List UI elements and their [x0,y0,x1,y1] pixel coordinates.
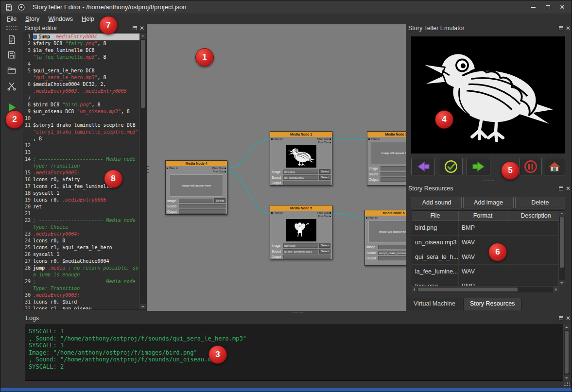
input-port[interactable]: Plan In [366,216,378,220]
node-canvas[interactable]: Media Node 4Plan InPlan OutPort OutImage… [146,24,406,311]
menu-item-file[interactable]: File [2,15,21,23]
node-media-node-1[interactable]: Media Node 1Plan InPlan OutPort OutImage… [270,131,332,186]
output-port[interactable]: Plan Out [317,211,331,215]
code-line: 19lcons r0, .mediaEntry0006 [23,197,139,204]
table-cell: un_oiseau.mp3 [412,236,459,250]
node-select-button[interactable]: Select [319,169,330,174]
output-port[interactable]: Plan Out [212,167,226,170]
cut-button[interactable] [4,80,19,93]
table-row[interactable]: un_oiseau.mp3WAV [412,236,558,250]
maximize-button[interactable] [542,2,553,12]
new-script-button[interactable] [4,33,19,47]
annotation-3: 3 [208,345,227,364]
splitter-handle[interactable] [147,165,149,174]
node-row-value [179,204,225,208]
menu-item-help[interactable]: Help [77,15,99,23]
column-header[interactable]: Format [459,211,507,221]
float-icon[interactable] [133,26,137,30]
code-lines: 1jump .mediaEntry00042$fairy DC8 "fairy.… [23,33,139,309]
code-line: 18syscall 1 [23,190,139,197]
bird-illustration [416,41,561,150]
save-button[interactable] [4,49,19,62]
scroll-down-icon[interactable] [140,304,146,309]
tab-story-resources[interactable]: Story Resources [463,298,521,310]
table-hscrollbar[interactable] [412,286,559,292]
script-editor[interactable]: 1jump .mediaEntry00042$fairy DC8 "fairy.… [23,33,146,310]
node-row-value [378,245,406,249]
back-button[interactable] [411,158,435,175]
output-port[interactable]: Port Out [318,215,331,218]
float-icon[interactable] [559,316,563,320]
close-icon[interactable]: ✕ [566,316,571,321]
float-icon[interactable] [559,26,563,30]
close-icon[interactable]: ✕ [566,26,571,31]
scrollbar-thumb[interactable] [418,288,518,291]
table-cell [507,236,558,250]
node-select-button[interactable]: Select [319,175,330,180]
close-icon[interactable]: ✕ [139,26,144,31]
menu-item-story[interactable]: Story [21,15,44,23]
float-icon[interactable] [559,187,563,190]
add-sound-button[interactable]: Add sound [412,197,462,208]
scrollbar-thumb[interactable] [560,217,564,268]
table-vscrollbar[interactable] [558,211,565,286]
input-port[interactable]: Plan In [271,211,283,215]
scrollbar-thumb[interactable] [141,40,145,108]
scrollbar-thumb[interactable] [565,331,569,374]
script-editor-header: Script editor ✕ [23,24,146,33]
output-port[interactable]: Plan Out [317,137,331,141]
column-header[interactable]: File [412,211,459,221]
table-row[interactable]: fairy.pngBMP [412,279,558,286]
scroll-down-icon[interactable] [559,280,565,286]
home-button[interactable] [544,158,565,175]
input-port[interactable]: Plan In [167,167,178,170]
table-cell: WAV [459,265,507,279]
add-image-button[interactable]: Add image [463,197,513,208]
output-port[interactable]: Port Out [213,170,226,173]
node-media-node-3[interactable]: Media Node 3Plan InImage will appear her… [367,131,406,186]
splitter-handle[interactable] [482,179,495,182]
node-media-node-6[interactable]: Media Node 6Plan InImage will appear her… [364,210,406,266]
node-row-value: la_fee_luminelle.mp3 [283,249,318,254]
delete-button[interactable]: Delete [515,197,565,208]
scroll-right-icon[interactable] [553,287,559,292]
minimize-button[interactable] [528,2,538,12]
line-number: 1 [23,34,33,40]
scroll-up-icon[interactable] [140,33,146,39]
scroll-up-icon[interactable] [559,211,565,217]
node-image: Image will appear here [170,174,224,197]
menu-item-windows[interactable]: Windows [44,15,77,23]
table-row[interactable]: bird.pngBMP [412,221,558,236]
input-port[interactable]: Plan In [271,137,283,141]
code-line: 9$un_oiseau DC8 "un_oiseau.mp3", 8 [23,108,139,115]
node-select-button[interactable]: Select [214,198,225,203]
node-media-node-4[interactable]: Media Node 4Plan InPlan OutPort OutImage… [165,160,227,215]
forward-button[interactable] [467,158,490,175]
close-icon[interactable]: ✕ [566,186,571,191]
node-media-node-5[interactable]: Media Node 5Plan InPlan OutPort OutImage… [270,205,332,259]
validate-button[interactable] [439,158,463,175]
scroll-down-icon[interactable] [564,375,570,381]
editor-scrollbar[interactable] [139,33,146,309]
close-button[interactable]: ✕ [557,2,568,12]
logs-scrollbar[interactable] [563,324,570,381]
app-window: StoryTeller Editor - /home/anthony/ostpr… [0,0,572,392]
output-port[interactable]: Port Out [318,141,331,144]
toolbar-handle[interactable] [6,26,17,30]
tab-virtual-machine[interactable]: Virtual Machine [407,298,462,310]
pause-button[interactable] [520,158,542,175]
script-icon [4,3,13,12]
column-header[interactable]: Description [507,211,565,221]
table-row[interactable]: la_fee_lumine...WAV [412,265,558,279]
node-select-button[interactable]: Select [319,243,330,248]
scroll-up-icon[interactable] [564,324,570,330]
input-port[interactable]: Plan In [368,137,380,141]
node-select-button[interactable]: Select [319,249,330,254]
scroll-left-icon[interactable] [412,287,417,292]
resize-grip[interactable] [564,382,570,387]
table-row[interactable]: qui_sera_le_h...WAV [412,250,558,265]
open-button[interactable] [4,64,19,78]
code-line: 10 [23,115,139,122]
node-row-value [179,209,225,214]
title-bar[interactable]: StoryTeller Editor - /home/anthony/ostpr… [0,0,572,14]
